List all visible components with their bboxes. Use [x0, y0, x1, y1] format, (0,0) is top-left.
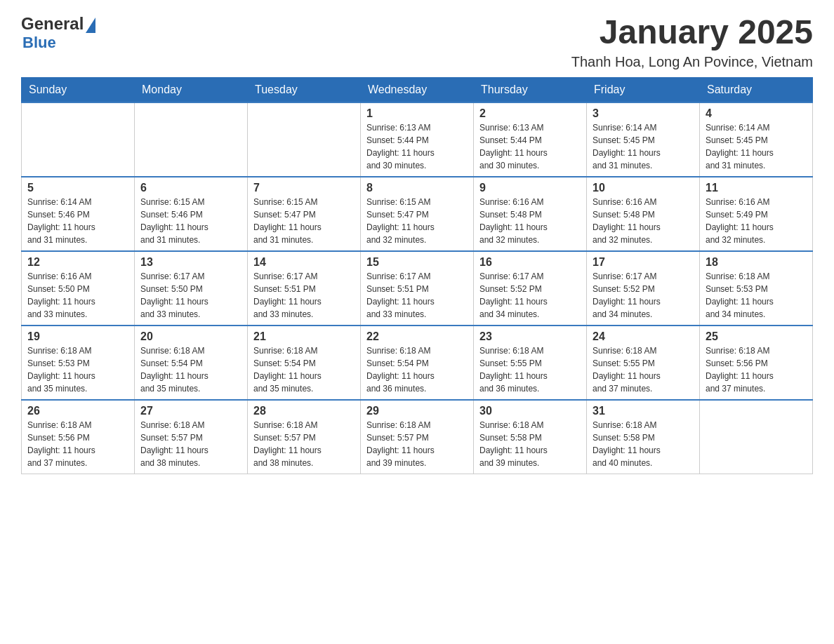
calendar-cell: 17Sunrise: 6:17 AMSunset: 5:52 PMDayligh…	[587, 251, 700, 326]
day-number: 8	[366, 182, 468, 194]
day-info: Sunrise: 6:18 AMSunset: 5:57 PMDaylight:…	[253, 419, 355, 469]
week-row-2: 5Sunrise: 6:14 AMSunset: 5:46 PMDaylight…	[22, 177, 813, 251]
day-info: Sunrise: 6:18 AMSunset: 5:58 PMDaylight:…	[479, 419, 581, 469]
calendar-cell: 23Sunrise: 6:18 AMSunset: 5:55 PMDayligh…	[474, 326, 587, 400]
day-number: 15	[366, 256, 468, 269]
calendar-cell	[135, 102, 248, 177]
calendar-cell: 22Sunrise: 6:18 AMSunset: 5:54 PMDayligh…	[361, 326, 474, 400]
logo: General Blue	[21, 14, 95, 52]
day-number: 27	[140, 405, 241, 417]
calendar-cell: 6Sunrise: 6:15 AMSunset: 5:46 PMDaylight…	[135, 177, 248, 251]
day-info: Sunrise: 6:18 AMSunset: 5:57 PMDaylight:…	[366, 419, 468, 469]
calendar-cell: 27Sunrise: 6:18 AMSunset: 5:57 PMDayligh…	[135, 400, 248, 474]
calendar-cell: 30Sunrise: 6:18 AMSunset: 5:58 PMDayligh…	[474, 400, 587, 474]
day-number: 22	[366, 330, 468, 343]
calendar-cell: 13Sunrise: 6:17 AMSunset: 5:50 PMDayligh…	[135, 251, 248, 326]
page-header: General Blue January 2025 Thanh Hoa, Lon…	[21, 14, 813, 70]
calendar-cell	[248, 102, 361, 177]
location-subtitle: Thanh Hoa, Long An Povince, Vietnam	[571, 54, 813, 70]
day-info: Sunrise: 6:16 AMSunset: 5:48 PMDaylight:…	[479, 196, 581, 246]
day-info: Sunrise: 6:18 AMSunset: 5:55 PMDaylight:…	[479, 344, 581, 395]
calendar-cell: 18Sunrise: 6:18 AMSunset: 5:53 PMDayligh…	[700, 251, 813, 326]
day-number: 10	[593, 182, 694, 194]
calendar-cell: 20Sunrise: 6:18 AMSunset: 5:54 PMDayligh…	[135, 326, 248, 400]
day-info: Sunrise: 6:16 AMSunset: 5:49 PMDaylight:…	[706, 196, 807, 246]
day-info: Sunrise: 6:18 AMSunset: 5:53 PMDaylight:…	[27, 344, 128, 395]
calendar-header-monday: Monday	[135, 77, 248, 102]
day-number: 16	[479, 256, 581, 269]
day-number: 23	[479, 330, 581, 343]
calendar-cell	[22, 102, 135, 177]
day-info: Sunrise: 6:17 AMSunset: 5:52 PMDaylight:…	[593, 270, 694, 321]
calendar-header-thursday: Thursday	[474, 77, 587, 102]
day-number: 18	[706, 256, 807, 269]
day-number: 29	[366, 405, 468, 417]
calendar-cell: 7Sunrise: 6:15 AMSunset: 5:47 PMDaylight…	[248, 177, 361, 251]
day-number: 26	[27, 405, 128, 417]
day-info: Sunrise: 6:17 AMSunset: 5:50 PMDaylight:…	[140, 270, 241, 321]
day-info: Sunrise: 6:17 AMSunset: 5:51 PMDaylight:…	[253, 270, 355, 321]
day-number: 24	[593, 330, 694, 343]
calendar-cell: 8Sunrise: 6:15 AMSunset: 5:47 PMDaylight…	[361, 177, 474, 251]
title-section: January 2025 Thanh Hoa, Long An Povince,…	[571, 14, 813, 70]
day-number: 9	[479, 182, 581, 194]
day-info: Sunrise: 6:13 AMSunset: 5:44 PMDaylight:…	[366, 121, 468, 172]
calendar-cell: 2Sunrise: 6:13 AMSunset: 5:44 PMDaylight…	[474, 102, 587, 177]
day-number: 2	[479, 107, 581, 120]
day-number: 1	[366, 107, 468, 120]
calendar-cell: 3Sunrise: 6:14 AMSunset: 5:45 PMDaylight…	[587, 102, 700, 177]
day-number: 21	[253, 330, 355, 343]
calendar-cell: 21Sunrise: 6:18 AMSunset: 5:54 PMDayligh…	[248, 326, 361, 400]
day-info: Sunrise: 6:18 AMSunset: 5:54 PMDaylight:…	[253, 344, 355, 395]
calendar-header-wednesday: Wednesday	[361, 77, 474, 102]
day-number: 20	[140, 330, 241, 343]
day-number: 25	[706, 330, 807, 343]
calendar-header-tuesday: Tuesday	[248, 77, 361, 102]
day-info: Sunrise: 6:18 AMSunset: 5:57 PMDaylight:…	[140, 419, 241, 469]
calendar-cell: 28Sunrise: 6:18 AMSunset: 5:57 PMDayligh…	[248, 400, 361, 474]
day-number: 6	[140, 182, 241, 194]
calendar-cell: 5Sunrise: 6:14 AMSunset: 5:46 PMDaylight…	[22, 177, 135, 251]
calendar-header-saturday: Saturday	[700, 77, 813, 102]
calendar-cell: 26Sunrise: 6:18 AMSunset: 5:56 PMDayligh…	[22, 400, 135, 474]
day-info: Sunrise: 6:18 AMSunset: 5:54 PMDaylight:…	[366, 344, 468, 395]
day-info: Sunrise: 6:14 AMSunset: 5:46 PMDaylight:…	[27, 196, 128, 246]
week-row-4: 19Sunrise: 6:18 AMSunset: 5:53 PMDayligh…	[22, 326, 813, 400]
day-info: Sunrise: 6:17 AMSunset: 5:51 PMDaylight:…	[366, 270, 468, 321]
day-number: 13	[140, 256, 241, 269]
logo-blue-text: Blue	[21, 34, 56, 51]
day-info: Sunrise: 6:18 AMSunset: 5:56 PMDaylight:…	[27, 419, 128, 469]
calendar-cell: 16Sunrise: 6:17 AMSunset: 5:52 PMDayligh…	[474, 251, 587, 326]
calendar-header-sunday: Sunday	[22, 77, 135, 102]
day-info: Sunrise: 6:17 AMSunset: 5:52 PMDaylight:…	[479, 270, 581, 321]
calendar-cell: 31Sunrise: 6:18 AMSunset: 5:58 PMDayligh…	[587, 400, 700, 474]
calendar-cell: 10Sunrise: 6:16 AMSunset: 5:48 PMDayligh…	[587, 177, 700, 251]
day-number: 17	[593, 256, 694, 269]
day-info: Sunrise: 6:16 AMSunset: 5:50 PMDaylight:…	[27, 270, 128, 321]
calendar-table: SundayMondayTuesdayWednesdayThursdayFrid…	[21, 77, 813, 474]
calendar-cell	[700, 400, 813, 474]
day-info: Sunrise: 6:18 AMSunset: 5:54 PMDaylight:…	[140, 344, 241, 395]
calendar-cell: 9Sunrise: 6:16 AMSunset: 5:48 PMDaylight…	[474, 177, 587, 251]
day-number: 31	[593, 405, 694, 417]
day-info: Sunrise: 6:18 AMSunset: 5:55 PMDaylight:…	[593, 344, 694, 395]
calendar-cell: 25Sunrise: 6:18 AMSunset: 5:56 PMDayligh…	[700, 326, 813, 400]
day-number: 4	[706, 107, 807, 120]
day-number: 28	[253, 405, 355, 417]
week-row-1: 1Sunrise: 6:13 AMSunset: 5:44 PMDaylight…	[22, 102, 813, 177]
calendar-cell: 11Sunrise: 6:16 AMSunset: 5:49 PMDayligh…	[700, 177, 813, 251]
day-number: 30	[479, 405, 581, 417]
day-number: 7	[253, 182, 355, 194]
day-info: Sunrise: 6:15 AMSunset: 5:47 PMDaylight:…	[253, 196, 355, 246]
calendar-cell: 4Sunrise: 6:14 AMSunset: 5:45 PMDaylight…	[700, 102, 813, 177]
day-number: 5	[27, 182, 128, 194]
day-number: 14	[253, 256, 355, 269]
calendar-header-friday: Friday	[587, 77, 700, 102]
week-row-3: 12Sunrise: 6:16 AMSunset: 5:50 PMDayligh…	[22, 251, 813, 326]
day-info: Sunrise: 6:14 AMSunset: 5:45 PMDaylight:…	[706, 121, 807, 172]
day-number: 12	[27, 256, 128, 269]
day-info: Sunrise: 6:18 AMSunset: 5:56 PMDaylight:…	[706, 344, 807, 395]
calendar-cell: 19Sunrise: 6:18 AMSunset: 5:53 PMDayligh…	[22, 326, 135, 400]
logo-triangle-icon	[86, 18, 95, 33]
day-info: Sunrise: 6:16 AMSunset: 5:48 PMDaylight:…	[593, 196, 694, 246]
